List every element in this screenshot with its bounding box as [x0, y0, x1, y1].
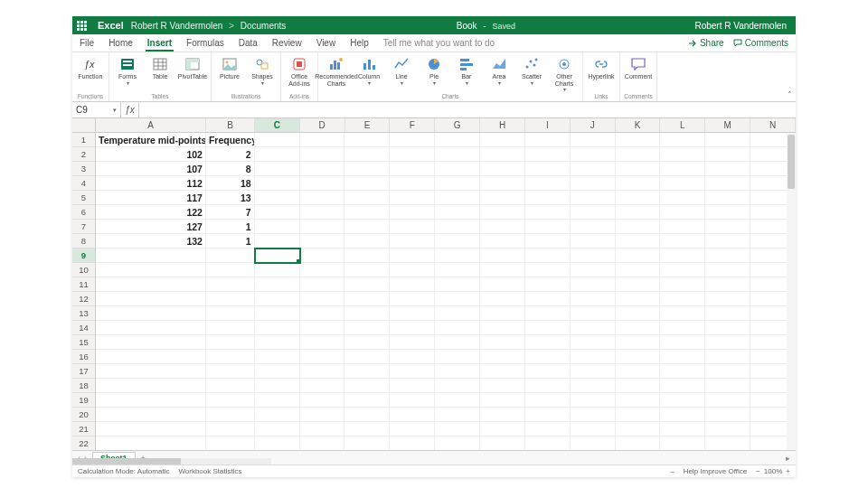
fx-icon[interactable]: ƒx — [121, 102, 139, 117]
cell-J7[interactable] — [571, 220, 616, 234]
row-header-10[interactable]: 10 — [72, 263, 95, 277]
row-header-16[interactable]: 16 — [72, 350, 95, 364]
cell-E19[interactable] — [344, 393, 390, 408]
cell-D9[interactable] — [300, 249, 345, 263]
cell-D3[interactable] — [300, 162, 345, 176]
cell-A7[interactable]: 127 — [96, 220, 206, 234]
cell-D18[interactable] — [300, 379, 345, 393]
cell-E6[interactable] — [344, 205, 390, 220]
cell-M22[interactable] — [705, 436, 750, 450]
cell-B18[interactable] — [206, 379, 255, 393]
cell-F3[interactable] — [390, 162, 435, 176]
cell-C7[interactable] — [255, 220, 300, 234]
cell-I5[interactable] — [525, 191, 571, 205]
cell-H16[interactable] — [480, 350, 525, 364]
cell-A20[interactable] — [96, 408, 206, 422]
cell-B7[interactable]: 1 — [206, 220, 255, 234]
tab-home[interactable]: Home — [101, 34, 140, 52]
cell-A2[interactable]: 102 — [96, 147, 206, 162]
cell-C15[interactable] — [255, 335, 300, 350]
row-header-9[interactable]: 9 — [72, 249, 95, 263]
col-header-C[interactable]: C — [255, 118, 300, 132]
cell-A17[interactable] — [96, 364, 206, 379]
cell-F6[interactable] — [390, 205, 435, 220]
cell-C12[interactable] — [255, 292, 300, 306]
row-header-22[interactable]: 22 — [72, 436, 95, 450]
row-header-4[interactable]: 4 — [72, 176, 95, 191]
cell-K19[interactable] — [616, 393, 661, 408]
cell-L9[interactable] — [660, 249, 705, 263]
cell-C9[interactable] — [255, 249, 300, 263]
cell-E15[interactable] — [344, 335, 390, 350]
cell-H3[interactable] — [480, 162, 525, 176]
breadcrumb[interactable]: Robert R Vandermolen > Documents — [131, 21, 287, 31]
cell-L1[interactable] — [660, 133, 705, 147]
cell-D11[interactable] — [300, 277, 345, 292]
cell-D16[interactable] — [300, 350, 345, 364]
cell-C21[interactable] — [255, 422, 300, 436]
cell-A3[interactable]: 107 — [96, 162, 206, 176]
scrollbar-thumb[interactable] — [72, 458, 181, 465]
cell-G3[interactable] — [435, 162, 480, 176]
cell-J1[interactable] — [571, 133, 616, 147]
cell-L8[interactable] — [660, 234, 705, 249]
col-header-D[interactable]: D — [300, 118, 345, 132]
help-improve[interactable]: Help Improve Office — [684, 467, 748, 475]
cell-F8[interactable] — [390, 234, 435, 249]
cell-C6[interactable] — [255, 205, 300, 220]
cell-M9[interactable] — [705, 249, 750, 263]
cell-A11[interactable] — [96, 277, 206, 292]
cell-B15[interactable] — [206, 335, 255, 350]
cell-B2[interactable]: 2 — [206, 147, 255, 162]
cell-L7[interactable] — [660, 220, 705, 234]
cell-L12[interactable] — [660, 292, 705, 306]
cell-E10[interactable] — [344, 263, 390, 277]
row-header-11[interactable]: 11 — [72, 277, 95, 292]
cell-B13[interactable] — [206, 306, 255, 321]
cell-G13[interactable] — [435, 306, 480, 321]
cell-J9[interactable] — [571, 249, 616, 263]
cell-I12[interactable] — [525, 292, 571, 306]
col-header-H[interactable]: H — [480, 118, 525, 132]
cell-D15[interactable] — [300, 335, 345, 350]
tab-insert[interactable]: Insert — [140, 34, 179, 52]
cell-H5[interactable] — [480, 191, 525, 205]
cell-D6[interactable] — [300, 205, 345, 220]
cell-E14[interactable] — [344, 321, 390, 335]
cell-C3[interactable] — [255, 162, 300, 176]
cell-M5[interactable] — [705, 191, 750, 205]
sheet-scroll-right-icon[interactable]: ▸ — [780, 454, 796, 463]
ribbon-shapes-button[interactable]: Shapes▾ — [248, 54, 277, 86]
ribbon-table-button[interactable]: Table — [146, 54, 175, 80]
name-box[interactable]: C9 ▾ — [72, 102, 121, 117]
cell-I19[interactable] — [525, 393, 571, 408]
cell-M8[interactable] — [705, 234, 750, 249]
select-all-corner[interactable] — [72, 118, 96, 133]
tab-data[interactable]: Data — [231, 34, 265, 52]
col-header-K[interactable]: K — [616, 118, 661, 132]
cell-K15[interactable] — [616, 335, 661, 350]
row-header-8[interactable]: 8 — [72, 234, 95, 249]
cell-E3[interactable] — [344, 162, 390, 176]
cell-G9[interactable] — [435, 249, 480, 263]
ribbon-other-charts-button[interactable]: Other Charts▾ — [550, 54, 579, 92]
cell-K10[interactable] — [616, 263, 661, 277]
cell-E21[interactable] — [344, 422, 390, 436]
cell-G12[interactable] — [435, 292, 480, 306]
cell-H22[interactable] — [480, 436, 525, 450]
cell-B11[interactable] — [206, 277, 255, 292]
cell-G6[interactable] — [435, 205, 480, 220]
cell-I17[interactable] — [525, 364, 571, 379]
cell-I8[interactable] — [525, 234, 571, 249]
cell-M2[interactable] — [705, 147, 750, 162]
cell-F9[interactable] — [390, 249, 435, 263]
ribbon-column-button[interactable]: Column▾ — [354, 54, 383, 86]
cell-D19[interactable] — [300, 393, 345, 408]
cell-M21[interactable] — [705, 422, 750, 436]
cell-A10[interactable] — [96, 263, 206, 277]
cell-I22[interactable] — [525, 436, 571, 450]
row-header-15[interactable]: 15 — [72, 335, 95, 350]
spreadsheet-grid[interactable]: ABCDEFGHIJKLMN 1234567891011121314151617… — [72, 118, 796, 450]
cell-K6[interactable] — [616, 205, 661, 220]
cell-G7[interactable] — [435, 220, 480, 234]
